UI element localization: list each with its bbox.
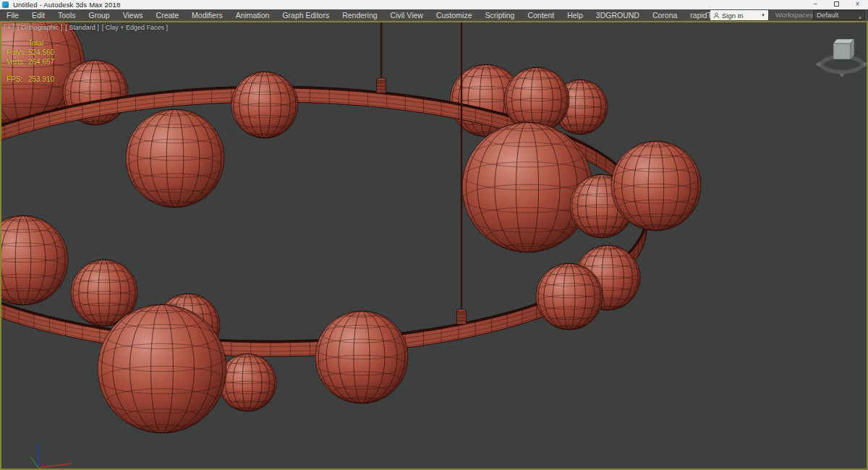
menu-item-edit[interactable]: Edit <box>25 9 51 21</box>
window-titlebar: Untitled - Autodesk 3ds Max 2018 − × <box>0 0 868 9</box>
sphere-mesh[interactable] <box>315 310 408 404</box>
minimize-button[interactable]: − <box>805 0 826 9</box>
viewport-canvas[interactable] <box>1 22 867 469</box>
menu-item-graph-editors[interactable]: Graph Editors <box>276 9 336 21</box>
sphere-mesh[interactable] <box>611 140 701 231</box>
menu-bar: FileEditToolsGroupViewsCreateModifiersAn… <box>0 9 868 21</box>
workspace-select[interactable]: Default ▼ <box>813 10 865 20</box>
maximize-icon <box>834 1 839 7</box>
menu-item-scripting[interactable]: Scripting <box>479 9 522 21</box>
menu-item-content[interactable]: Content <box>521 9 561 21</box>
viewport-menu-general[interactable]: [ + ] <box>4 24 14 31</box>
rod-mesh[interactable] <box>377 22 386 93</box>
viewport-menu-standard[interactable]: [ Standard ] <box>65 24 99 31</box>
menu-item-rendering[interactable]: Rendering <box>336 9 383 21</box>
menu-item-help[interactable]: Help <box>561 9 590 21</box>
sign-in-label: Sign In <box>722 12 744 20</box>
fps-value: 253.910 <box>28 75 54 83</box>
menu-item-create[interactable]: Create <box>150 9 186 21</box>
workspaces-label: Workspaces: <box>775 11 815 19</box>
maximize-button[interactable] <box>826 0 847 9</box>
sphere-mesh[interactable] <box>218 353 276 411</box>
viewport-menu-shading[interactable]: [ Clay + Edged Faces ] <box>102 24 168 31</box>
sphere-mesh[interactable] <box>98 304 226 435</box>
menu-item-group[interactable]: Group <box>82 9 116 21</box>
polys-value: 524,560 <box>28 48 54 56</box>
verts-label: Verts: <box>7 57 28 67</box>
sphere-mesh[interactable] <box>462 121 592 254</box>
menu-item-modifiers[interactable]: Modifiers <box>185 9 229 21</box>
menu-item-3dground[interactable]: 3DGROUND <box>590 9 646 21</box>
statistics-overlay: Total Polys:524,560 Verts:264,657 FPS:25… <box>7 38 54 84</box>
window-title: Untitled - Autodesk 3ds Max 2018 <box>13 1 120 9</box>
close-button[interactable]: × <box>847 0 868 9</box>
workspace-value: Default <box>817 11 838 19</box>
viewport[interactable]: [ + ] [ Orthographic ] [ Standard ] [ Cl… <box>0 21 868 470</box>
fps-label: FPS: <box>7 74 28 84</box>
3ds-max-app-icon <box>2 1 9 8</box>
sign-in-button[interactable]: Sign In ▼ <box>710 10 768 20</box>
stats-header: Total <box>28 39 43 47</box>
menu-item-customize[interactable]: Customize <box>430 9 479 21</box>
sphere-mesh[interactable] <box>126 108 224 208</box>
user-icon <box>713 12 720 19</box>
sphere-mesh[interactable] <box>1 215 68 306</box>
menu-item-corona[interactable]: Corona <box>646 9 684 21</box>
menu-item-animation[interactable]: Animation <box>229 9 276 21</box>
viewport-label: [ + ] [ Orthographic ] [ Standard ] [ Cl… <box>4 24 168 31</box>
sphere-mesh[interactable] <box>231 71 298 138</box>
menu-item-file[interactable]: File <box>0 9 25 21</box>
window-controls: − × <box>805 0 868 9</box>
polys-label: Polys: <box>7 48 28 57</box>
verts-value: 264,657 <box>28 58 54 66</box>
viewcube[interactable] <box>815 39 867 77</box>
menu-item-civil-view[interactable]: Civil View <box>384 9 430 21</box>
menu-item-views[interactable]: Views <box>116 9 150 21</box>
rods-group <box>377 22 467 325</box>
chevron-down-icon: ▼ <box>761 13 765 17</box>
menu-items: FileEditToolsGroupViewsCreateModifiersAn… <box>0 9 731 21</box>
viewport-menu-pov[interactable]: [ Orthographic ] <box>17 24 62 31</box>
sphere-mesh[interactable] <box>536 262 603 330</box>
menu-item-tools[interactable]: Tools <box>51 9 82 21</box>
world-axis-gizmo <box>31 444 72 468</box>
